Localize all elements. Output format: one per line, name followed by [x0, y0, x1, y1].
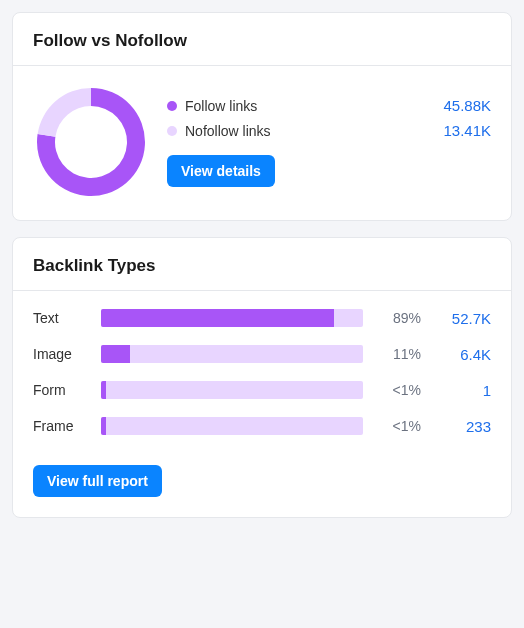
bar-fill: [101, 417, 106, 435]
backlink-row-label: Text: [33, 310, 87, 326]
backlink-row-count[interactable]: 52.7K: [435, 310, 491, 327]
legend-label: Follow links: [185, 98, 435, 114]
backlink-row-label: Image: [33, 346, 87, 362]
bar-track: [101, 345, 363, 363]
button-wrap: View full report: [33, 453, 491, 497]
legend-value[interactable]: 45.88K: [443, 97, 491, 114]
legend-dot-icon: [167, 126, 177, 136]
donut-row: Follow links 45.88K Nofollow links 13.41…: [33, 84, 491, 200]
backlink-row-percent: <1%: [377, 418, 421, 434]
backlink-row: Image11%6.4K: [33, 345, 491, 363]
backlink-row: Frame<1%233: [33, 417, 491, 435]
backlink-row-label: Form: [33, 382, 87, 398]
backlink-row: Form<1%1: [33, 381, 491, 399]
backlink-row-percent: 89%: [377, 310, 421, 326]
backlink-row-percent: <1%: [377, 382, 421, 398]
legend-area: Follow links 45.88K Nofollow links 13.41…: [167, 97, 491, 187]
backlink-rows: Text89%52.7KImage11%6.4KForm<1%1Frame<1%…: [33, 309, 491, 435]
backlink-row-count[interactable]: 233: [435, 418, 491, 435]
backlink-row-count[interactable]: 1: [435, 382, 491, 399]
bar-fill: [101, 381, 106, 399]
card-body: Text89%52.7KImage11%6.4KForm<1%1Frame<1%…: [13, 291, 511, 517]
card-header: Follow vs Nofollow: [13, 13, 511, 66]
legend-value[interactable]: 13.41K: [443, 122, 491, 139]
donut-segment: [38, 88, 91, 137]
legend-item-nofollow: Nofollow links 13.41K: [167, 122, 491, 139]
donut-chart: [33, 84, 149, 200]
bar-track: [101, 417, 363, 435]
backlink-row-count[interactable]: 6.4K: [435, 346, 491, 363]
bar-fill: [101, 345, 130, 363]
view-details-button[interactable]: View details: [167, 155, 275, 187]
backlink-row-label: Frame: [33, 418, 87, 434]
legend-item-follow: Follow links 45.88K: [167, 97, 491, 114]
button-wrap: View details: [167, 147, 491, 187]
bar-track: [101, 381, 363, 399]
backlink-types-card: Backlink Types Text89%52.7KImage11%6.4KF…: [12, 237, 512, 518]
bar-fill: [101, 309, 334, 327]
bar-track: [101, 309, 363, 327]
card-title: Backlink Types: [33, 256, 491, 276]
backlink-row: Text89%52.7K: [33, 309, 491, 327]
legend-label: Nofollow links: [185, 123, 435, 139]
card-header: Backlink Types: [13, 238, 511, 291]
card-title: Follow vs Nofollow: [33, 31, 491, 51]
backlink-row-percent: 11%: [377, 346, 421, 362]
follow-vs-nofollow-card: Follow vs Nofollow Follow links 45.88K N…: [12, 12, 512, 221]
card-body: Follow links 45.88K Nofollow links 13.41…: [13, 66, 511, 220]
legend-dot-icon: [167, 101, 177, 111]
view-full-report-button[interactable]: View full report: [33, 465, 162, 497]
